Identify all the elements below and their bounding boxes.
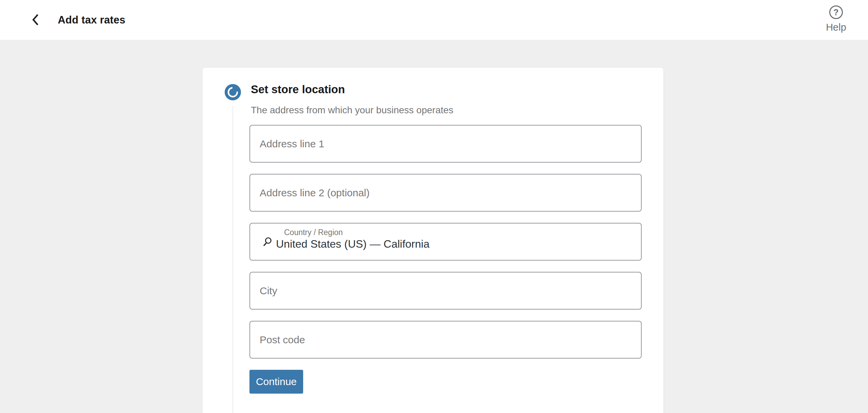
address-line-1-field [249, 125, 642, 163]
help-label: Help [826, 22, 846, 33]
address-line-2-input[interactable] [250, 175, 641, 211]
help-button[interactable]: ? Help [819, 5, 853, 33]
step-title: Set store location [251, 83, 453, 96]
continue-button[interactable]: Continue [249, 370, 303, 394]
step-header: Set store location The address from whic… [251, 83, 453, 115]
page-title: Add tax rates [58, 0, 125, 40]
city-input[interactable] [250, 272, 641, 309]
city-field [249, 272, 642, 310]
address-line-2-field [249, 174, 642, 212]
post-code-field [249, 321, 642, 359]
post-code-input[interactable] [250, 321, 641, 358]
country-region-value: United States (US) — California [276, 237, 430, 250]
search-icon [262, 236, 273, 247]
country-region-label: Country / Region [284, 229, 343, 236]
store-location-form: Country / Region United States (US) — Ca… [249, 125, 642, 394]
back-button[interactable] [24, 9, 46, 31]
spinner-icon [225, 84, 241, 100]
chevron-left-icon [32, 14, 39, 26]
step-subtitle: The address from which your business ope… [251, 105, 453, 115]
country-region-select[interactable]: Country / Region United States (US) — Ca… [249, 223, 642, 261]
help-question-icon: ? [829, 5, 843, 19]
setup-card: Set store location The address from whic… [202, 67, 664, 413]
top-bar: Add tax rates ? Help [0, 0, 868, 40]
address-line-1-input[interactable] [250, 126, 641, 162]
stepper-line [232, 106, 233, 413]
